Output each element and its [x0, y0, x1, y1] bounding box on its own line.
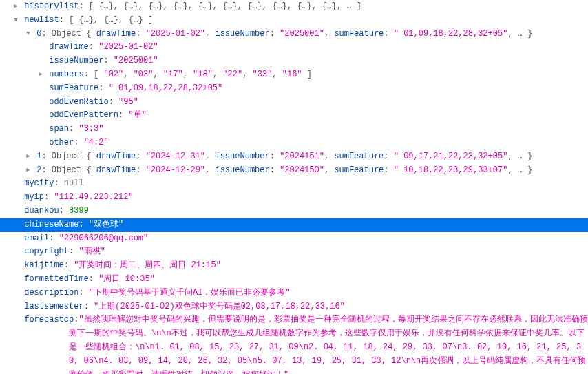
value-text: "周日 10:35"	[98, 274, 155, 284]
value-summary: Object { drawTime: "2024-12-31", issueNu…	[52, 152, 533, 161]
tree-row-newlist-2[interactable]: ▶ 2: Object { drawTime: "2024-12-29", is…	[0, 164, 588, 178]
key-label: issueNumber	[49, 56, 103, 65]
tree-row-issuenumber[interactable]: issueNumber: "2025001"	[0, 54, 588, 68]
value-text: "单"	[128, 110, 146, 120]
value-text: "开奖时间：周二、周四、周日 21:15"	[74, 260, 221, 270]
expand-icon[interactable]: ▶	[37, 70, 44, 80]
tree-row-copyright[interactable]: copyright: "雨祺"	[0, 245, 588, 259]
key-label: duankou	[24, 206, 59, 216]
tree-row-span[interactable]: span: "3:3"	[0, 123, 588, 136]
key-label: numbers	[49, 70, 83, 79]
key-label: forecastcp	[24, 315, 74, 324]
value-text: 8399	[69, 206, 89, 216]
tree-row-drawtime[interactable]: drawTime: "2025-01-02"	[0, 41, 588, 54]
tree-row-oddevenratio[interactable]: oddEvenRatio: "95"	[0, 96, 588, 110]
tree-row-mycity[interactable]: mycity: null	[0, 177, 588, 191]
key-label: oddEvenRatio	[49, 97, 108, 107]
tree-row-newlist-0[interactable]: ▼ 0: Object { drawTime: "2025-01-02", is…	[0, 28, 588, 41]
value-summary: Object { drawTime: "2025-01-02", issueNu…	[52, 29, 533, 39]
tree-row-email[interactable]: email: "229066206@qq.com"	[0, 232, 588, 246]
tree-row-description[interactable]: description: "下期中奖号码基于通义千问AI，娱乐而已非必要参考"	[0, 287, 588, 300]
tree-row-newlist[interactable]: ▼ newlist: [ {…}, {…}, {…} ]	[0, 14, 588, 28]
tree-row-sumfeature[interactable]: sumFeature: " 01,09,18,22,28,32+05"	[0, 82, 588, 96]
value-text: " 01,09,18,22,28,32+05"	[109, 83, 223, 93]
value-text: "2025-01-02"	[98, 42, 158, 52]
key-label: email	[24, 233, 49, 243]
key-label: historylist	[24, 1, 78, 11]
expand-icon[interactable]: ▶	[12, 1, 19, 12]
key-label: other	[49, 138, 74, 147]
key-label: span	[49, 124, 69, 134]
tree-row-forecastcp[interactable]: forecastcp: "虽然我理解您对中奖号码的兴趣，但需要说明的是，彩票抽奖…	[0, 313, 588, 374]
tree-row-myip[interactable]: myip: "112.49.223.212"	[0, 191, 588, 205]
value-text: "3:3"	[78, 124, 103, 134]
value-text: "112.49.223.212"	[54, 192, 133, 202]
value-summary: [ {…}, {…}, {…} ]	[69, 15, 153, 25]
expand-icon[interactable]: ▶	[25, 165, 32, 176]
key-label: myip	[24, 192, 44, 202]
tree-row-numbers[interactable]: ▶ numbers: [ "02", "03", "17", "18", "22…	[0, 68, 588, 82]
tree-row-other[interactable]: other: "4:2"	[0, 136, 588, 150]
value-text: "虽然我理解您对中奖号码的兴趣，但需要说明的是，彩票抽奖是一种完全随机的过程，每…	[12, 313, 588, 374]
key-label: lastsemester	[24, 302, 83, 311]
collapse-icon[interactable]: ▼	[25, 29, 32, 39]
collapse-icon[interactable]: ▼	[12, 15, 19, 25]
value-text: "95"	[118, 97, 138, 107]
value-text: "229066206@qq.com"	[59, 233, 149, 243]
value-text: "雨祺"	[78, 247, 105, 256]
value-text: "4:2"	[84, 138, 109, 147]
key-label: kaijtime	[24, 260, 64, 270]
key-label: newlist	[24, 15, 59, 25]
key-label: mycity	[24, 178, 54, 188]
value-text: "上期(2025-01-02)双色球中奖号码是02,03,17,18,22,33…	[94, 302, 345, 311]
key-label: formattedTime	[24, 274, 89, 284]
value-text: "下期中奖号码基于通义千问AI，娱乐而已非必要参考"	[89, 288, 291, 298]
key-label: drawTime	[49, 42, 89, 52]
key-label: copyright	[24, 247, 69, 256]
value-summary: [ {…}, {…}, {…}, {…}, {…}, {…}, {…}, {…}…	[89, 1, 361, 11]
tree-row-duankou[interactable]: duankou: 8399	[0, 205, 588, 218]
value-text: "2025001"	[114, 56, 158, 65]
value-text: "双色球"	[89, 220, 123, 229]
key-label: description	[24, 288, 78, 298]
key-label: sumFeature	[49, 83, 98, 93]
tree-row-kaijtime[interactable]: kaijtime: "开奖时间：周二、周四、周日 21:15"	[0, 259, 588, 273]
value-summary: [ "02", "03", "17", "18", "22", "33", "1…	[94, 70, 312, 79]
tree-row-chinesename-selected[interactable]: chineseName: "双色球"	[0, 218, 588, 232]
value-summary: Object { drawTime: "2024-12-29", issueNu…	[52, 165, 533, 175]
key-label: oddEvenPattern	[49, 110, 118, 120]
expand-icon[interactable]: ▶	[25, 152, 32, 162]
tree-row-formattedtime[interactable]: formattedTime: "周日 10:35"	[0, 273, 588, 287]
key-label: chineseName	[24, 220, 78, 229]
tree-row-lastsemester[interactable]: lastsemester: "上期(2025-01-02)双色球中奖号码是02,…	[0, 300, 588, 314]
tree-row-historylist[interactable]: ▶ historylist: [ {…}, {…}, {…}, {…}, {…}…	[0, 0, 588, 14]
tree-row-newlist-1[interactable]: ▶ 1: Object { drawTime: "2024-12-31", is…	[0, 150, 588, 164]
tree-row-oddevenpattern[interactable]: oddEvenPattern: "单"	[0, 109, 588, 123]
value-text: null	[64, 178, 84, 188]
